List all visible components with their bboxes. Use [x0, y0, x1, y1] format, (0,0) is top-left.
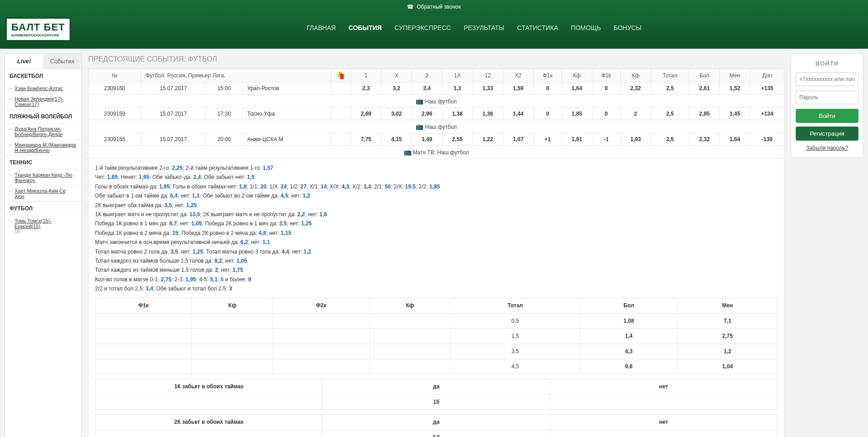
sidebar-item[interactable]: →Хэви Бомберс-Алтас [5, 83, 81, 93]
odds-cell[interactable]: 2,5 [651, 82, 689, 95]
detail-odds[interactable]: 1,1 [261, 239, 270, 245]
detail-odds[interactable]: 8,7 [168, 220, 177, 227]
fora-cell[interactable]: 1,4 [580, 329, 677, 344]
detail-odds[interactable]: 9 [246, 276, 251, 283]
detail-odds[interactable]: 1,2 [301, 193, 310, 199]
odds-cell[interactable]: 1,64 [562, 82, 592, 95]
detail-odds[interactable]: 2,4 [192, 174, 201, 180]
detail-odds[interactable]: 1,95 [137, 174, 150, 180]
odds-cell[interactable]: 1,52 [720, 82, 750, 95]
event-row[interactable]: 230915915.07.201717:30Тосно-Уфа2,693,022… [89, 108, 784, 120]
detail-odds[interactable]: 3,4 [362, 183, 371, 190]
odds-cell[interactable]: +1 [533, 133, 562, 146]
odds-cell[interactable]: 3,4 [411, 82, 442, 95]
logo[interactable]: БАЛТ БЕТ БУКМЕКЕРСКАЯ КОНТОРА [5, 17, 71, 41]
detail-odds[interactable]: 14 [319, 183, 327, 190]
detail-odds[interactable]: 1,05 [235, 258, 247, 264]
odds-cell[interactable]: 1,33 [472, 82, 503, 95]
odds-cell[interactable]: 0 [592, 82, 620, 95]
detail-odds[interactable]: 4,3 [340, 183, 349, 190]
odds-cell[interactable]: 2,96 [411, 108, 442, 120]
odds-cell[interactable]: 1,38 [442, 108, 472, 120]
detail-odds[interactable]: 4,4 [280, 249, 289, 255]
forgot-password-link[interactable]: Забыли пароль? [806, 145, 848, 151]
fora-cell[interactable]: 1,08 [580, 313, 677, 328]
sidebar-item[interactable]: →Макнамара М./Макнамара Н-Незир/Венче [5, 139, 81, 155]
odds-cell[interactable]: 2,32 [620, 82, 651, 95]
detail-odds[interactable]: 1,25 [300, 220, 312, 227]
odds-cell[interactable]: 2,5 [651, 108, 689, 120]
detail-odds[interactable]: 19,5 [403, 183, 416, 190]
odds-cell[interactable]: 3,2 [381, 82, 412, 95]
detail-odds[interactable]: 2,75 [160, 276, 172, 283]
sidebar-item[interactable]: →Дуда/Ана Патрисия-Бобнер/Верге-Депре [5, 123, 81, 139]
detail-odds[interactable]: 1,75 [231, 267, 243, 273]
sidebar-item[interactable]: →Хает Микаэла-Ким Се Хюн [5, 185, 81, 201]
odds-cell[interactable]: 1,85 [562, 108, 592, 120]
detail-odds[interactable]: 1,05 [190, 220, 202, 227]
detail-odds[interactable]: 3 [227, 285, 232, 292]
odds-cell[interactable]: 1,44 [503, 108, 533, 120]
detail-odds[interactable]: 3,5 [169, 249, 178, 255]
odds-cell[interactable]: -130 [750, 133, 784, 146]
extra-cell[interactable]: 2,5 [323, 430, 550, 437]
register-button[interactable]: Регистрация [796, 127, 858, 141]
odds-cell[interactable]: 4,15 [381, 133, 412, 146]
login-button[interactable]: Войти [796, 109, 858, 123]
detail-odds[interactable]: 2 [214, 267, 218, 273]
detail-odds[interactable]: 1,57 [261, 165, 273, 171]
odds-cell[interactable]: +135 [750, 82, 784, 95]
detail-odds[interactable]: 1,25 [191, 249, 203, 255]
odds-cell[interactable]: 2,69 [351, 108, 381, 120]
fora-cell[interactable]: 1,2 [678, 344, 778, 359]
nav-item[interactable]: СУПЕРЭКСПРЕСС [394, 24, 451, 31]
fora-cell[interactable]: 9,6 [580, 359, 677, 374]
odds-cell[interactable]: 1,22 [472, 133, 503, 146]
nav-item[interactable]: РЕЗУЛЬТАТЫ [464, 24, 504, 31]
detail-odds[interactable]: 6,4 [169, 193, 178, 199]
detail-odds[interactable]: 6,2 [239, 239, 248, 245]
detail-odds[interactable]: 50 [383, 183, 391, 190]
password-input[interactable] [796, 91, 858, 104]
nav-item[interactable]: СТАТИСТИКА [517, 24, 558, 31]
detail-odds[interactable]: 15 [171, 230, 179, 236]
fora-cell[interactable]: 1,04 [678, 359, 778, 374]
odds-cell[interactable]: 1,45 [720, 108, 750, 120]
fora-cell[interactable]: 2,75 [678, 329, 778, 344]
detail-odds[interactable]: 4,5 [279, 193, 288, 199]
detail-odds[interactable]: 1,95 [158, 183, 170, 190]
detail-odds[interactable]: 3,4 [144, 285, 153, 292]
nav-item[interactable]: ГЛАВНАЯ [306, 24, 336, 31]
detail-odds[interactable]: 1,85 [105, 174, 118, 180]
detail-odds[interactable]: 3,5 [163, 202, 172, 208]
detail-odds[interactable]: 4,8 [257, 230, 266, 236]
odds-cell[interactable]: 2 [620, 108, 651, 120]
detail-odds[interactable]: 27 [299, 183, 306, 190]
detail-odds[interactable]: 1,15 [279, 230, 291, 236]
detail-odds[interactable]: 20 [259, 183, 266, 190]
odds-cell[interactable]: 2,3 [351, 82, 381, 95]
nav-item[interactable]: БОНУСЫ [613, 24, 641, 31]
odds-cell[interactable]: 1,91 [562, 133, 592, 146]
detail-odds[interactable]: 8,2 [213, 258, 222, 264]
callback-link[interactable]: ☎ Обратный звонок [407, 4, 461, 10]
odds-cell[interactable]: 1,93 [620, 133, 651, 146]
tab-live[interactable]: Live! [5, 54, 43, 69]
odds-cell[interactable]: 0 [533, 82, 562, 95]
sidebar-item[interactable]: →Тханди Карман Каур -Лю Фанчжоу [5, 169, 81, 185]
odds-cell[interactable]: -1 [592, 133, 620, 146]
detail-odds[interactable]: 3,5 [278, 220, 287, 227]
odds-cell[interactable]: 1,59 [503, 82, 533, 95]
detail-odds[interactable]: 1,95 [184, 276, 196, 283]
detail-odds[interactable]: 2,25 [171, 165, 183, 171]
tab-events[interactable]: События [43, 54, 81, 69]
odds-cell[interactable]: 2,5 [651, 133, 689, 146]
odds-cell[interactable]: 1,64 [720, 133, 750, 146]
odds-cell[interactable]: 0 [592, 108, 620, 120]
fora-cell[interactable]: 4,3 [580, 344, 677, 359]
odds-cell[interactable]: 3,02 [381, 108, 412, 120]
odds-cell[interactable]: 1,49 [411, 133, 442, 146]
odds-cell[interactable]: +134 [750, 108, 784, 120]
login-input[interactable] [796, 72, 858, 86]
odds-cell[interactable]: 1,36 [472, 108, 503, 120]
